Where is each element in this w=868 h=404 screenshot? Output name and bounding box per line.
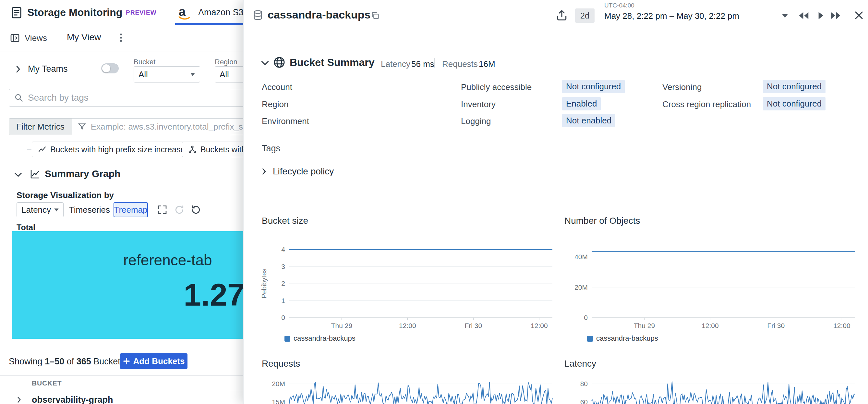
svg-text:0: 0 xyxy=(281,314,285,321)
svg-text:2: 2 xyxy=(281,280,285,287)
close-panel-icon[interactable] xyxy=(854,10,864,21)
requests-chart-title: Requests xyxy=(262,358,300,369)
view-options-kebab-icon[interactable] xyxy=(116,32,126,43)
kv-label: Logging xyxy=(461,116,491,126)
kv-label: Region xyxy=(262,99,288,110)
section-divider xyxy=(252,195,863,195)
summary-collapse-chevron-icon[interactable] xyxy=(14,172,22,177)
svg-text:1: 1 xyxy=(281,297,285,304)
bucket-detail-panel: cassandra-backups 2d UTC-04:00 May 28, 2… xyxy=(243,0,868,404)
tags-label: Tags xyxy=(262,144,280,154)
filter-metrics-button[interactable]: Filter Metrics xyxy=(9,119,72,135)
summary-graph-title: Summary Graph xyxy=(45,168,120,179)
kv-label: Versioning xyxy=(662,82,702,92)
svg-text:60: 60 xyxy=(580,398,588,404)
treemap-toggle-button[interactable]: Treemap xyxy=(114,202,148,217)
time-range-text[interactable]: May 28, 2:22 pm – May 30, 2:22 pm xyxy=(604,11,739,21)
number-of-objects-chart-title: Number of Objects xyxy=(564,215,640,226)
plus-icon xyxy=(123,357,130,365)
export-share-icon[interactable] xyxy=(556,9,568,22)
bucket-filter-label: Bucket xyxy=(134,58,155,66)
bucket-filter-value: All xyxy=(138,69,148,80)
panel-title: cassandra-backups xyxy=(268,8,371,21)
svg-text:12:00: 12:00 xyxy=(833,322,850,329)
svg-text:Fri 30: Fri 30 xyxy=(465,322,482,329)
requests-stat-value: 16M xyxy=(479,59,495,69)
my-teams-chevron-icon[interactable] xyxy=(16,65,21,74)
bucket-filter-dropdown[interactable]: All xyxy=(134,66,200,83)
svg-text:Pebibytes: Pebibytes xyxy=(260,268,268,298)
requests-chart[interactable]: 20M15M10M5MThu 2912:00Fri 3012:00cassand… xyxy=(256,375,555,404)
lifecycle-policy-label: Lifecycle policy xyxy=(273,166,334,177)
amazon-logo-icon: a xyxy=(178,4,191,20)
kv-label: Cross region replication xyxy=(662,99,751,110)
my-view-tab[interactable]: My View xyxy=(67,32,101,42)
svg-text:cassandra-backups: cassandra-backups xyxy=(596,334,658,342)
svg-text:Thu 29: Thu 29 xyxy=(634,322,655,329)
svg-text:12:00: 12:00 xyxy=(702,322,719,329)
timeseries-toggle-button[interactable]: Timeseries xyxy=(67,202,112,217)
search-icon xyxy=(14,93,23,102)
treemap-cell-name: reference-tab xyxy=(123,251,212,269)
kv-value-chip: Not configured xyxy=(562,80,625,93)
bucket-row-name: observability-graph xyxy=(32,395,113,404)
forecast-disabled-icon xyxy=(174,205,185,215)
region-filter-value: All xyxy=(220,69,229,80)
lifecycle-policy-row[interactable]: Lifecycle policy xyxy=(262,166,334,177)
number-of-objects-chart[interactable]: 40M20M0Thu 2912:00Fri 3012:00cassandra-b… xyxy=(563,240,862,351)
skip-forward-icon[interactable] xyxy=(829,10,842,21)
bucket-column-header[interactable]: BUCKET xyxy=(32,379,62,387)
bucket-size-chart[interactable]: 43210Thu 2912:00Fri 3012:00Pebibytescass… xyxy=(256,240,555,351)
filter-tree-connector xyxy=(27,149,31,150)
my-teams-toggle[interactable] xyxy=(101,63,119,74)
funnel-filter-icon xyxy=(78,122,86,131)
page-title: Storage Monitoring xyxy=(27,6,122,19)
latency-stat-label: Latency xyxy=(381,59,410,69)
amazon-s3-tab[interactable]: a Amazon S3 xyxy=(178,4,244,20)
toggle-knob xyxy=(102,64,110,73)
kv-value-chip: Not enabled xyxy=(562,114,615,127)
chip-label: Buckets with high prefix size increases xyxy=(50,145,189,154)
of-word: of xyxy=(67,356,74,366)
kv-label: Account xyxy=(262,82,292,92)
svg-text:12:00: 12:00 xyxy=(399,322,416,329)
bucket-summary-chevron-icon[interactable] xyxy=(261,60,269,66)
svg-text:40M: 40M xyxy=(575,253,588,260)
viz-by-label: Storage Visualization by xyxy=(17,190,114,200)
treemap-cell-value: 1.27 xyxy=(184,277,245,313)
treemap-total-label: Total xyxy=(17,223,35,232)
svg-text:20M: 20M xyxy=(272,380,285,387)
fullscreen-expand-icon[interactable] xyxy=(157,205,167,215)
copy-name-icon[interactable] xyxy=(371,11,380,20)
chevron-down-icon xyxy=(190,73,195,76)
page-doc-icon[interactable] xyxy=(10,6,23,20)
lifecycle-chevron-right-icon xyxy=(262,168,266,175)
views-control[interactable]: Views xyxy=(10,33,47,43)
svg-text:20M: 20M xyxy=(575,284,588,291)
svg-text:12:00: 12:00 xyxy=(531,322,548,329)
views-label: Views xyxy=(25,33,47,43)
kv-value-chip: Not configured xyxy=(763,80,826,93)
svg-text:15M: 15M xyxy=(272,398,285,404)
svg-text:3: 3 xyxy=(281,263,285,270)
play-forward-icon[interactable] xyxy=(816,10,826,21)
hierarchy-icon xyxy=(188,145,196,154)
skip-back-icon[interactable] xyxy=(798,10,810,21)
stat-separator xyxy=(496,58,496,67)
viz-metric-dropdown[interactable]: Latency xyxy=(17,202,64,217)
row-expand-chevron-icon[interactable] xyxy=(17,396,22,403)
add-buckets-button[interactable]: Add Buckets xyxy=(120,353,187,369)
time-range-caret-icon[interactable] xyxy=(782,14,788,18)
requests-stat-label: Requests xyxy=(442,59,478,69)
my-teams-label: My Teams xyxy=(28,64,68,74)
viz-metric-value: Latency xyxy=(22,205,51,215)
panel-header: cassandra-backups 2d UTC-04:00 May 28, 2… xyxy=(244,0,868,31)
stat-separator xyxy=(434,58,435,67)
latency-chart-title: Latency xyxy=(564,358,596,369)
refresh-icon[interactable] xyxy=(191,205,201,215)
svg-text:80: 80 xyxy=(580,380,588,387)
time-range-badge[interactable]: 2d xyxy=(575,8,595,23)
suggested-filter-chip[interactable]: Buckets with high prefix size increases xyxy=(32,142,195,157)
globe-icon xyxy=(273,56,286,69)
latency-chart[interactable]: 80604020Thu 2912:00Fri 3012:00cassandra-… xyxy=(563,375,862,404)
